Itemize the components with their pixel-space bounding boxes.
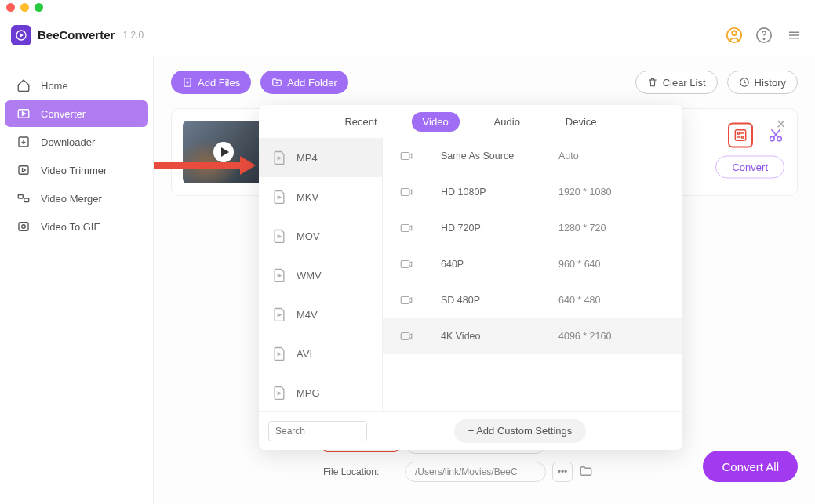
popup-footer: + Add Custom Settings [259, 411, 682, 450]
convert-all-button[interactable]: Convert All [703, 451, 798, 482]
add-folder-icon [271, 77, 282, 88]
resolution-name: 640P [441, 259, 558, 270]
format-item-avi[interactable]: AVI [259, 334, 382, 373]
sidebar-item-gif[interactable]: Video To GIF [5, 213, 148, 240]
close-window-button[interactable] [6, 3, 15, 12]
resolution-item[interactable]: 640P960 * 640 [383, 246, 682, 282]
svg-rect-10 [19, 166, 28, 175]
resolution-item[interactable]: HD 720P1280 * 720 [383, 210, 682, 246]
home-icon [16, 78, 31, 93]
tab-audio[interactable]: Audio [483, 112, 531, 132]
add-files-icon [182, 77, 193, 88]
app-name: BeeConverter [38, 28, 115, 42]
help-icon[interactable] [754, 25, 774, 45]
svg-point-14 [22, 225, 26, 229]
video-icon [398, 293, 414, 307]
sidebar: Home Converter Downloader Video Trimmer … [0, 56, 154, 504]
format-item-wmv[interactable]: WMV [259, 256, 382, 295]
svg-point-4 [763, 38, 764, 38]
format-label: MP4 [297, 152, 318, 164]
tab-recent[interactable]: Recent [333, 112, 387, 132]
file-icon [271, 150, 287, 165]
format-item-mpg[interactable]: MPG [259, 373, 382, 411]
resolution-name: SD 480P [441, 295, 558, 306]
svg-rect-26 [401, 225, 409, 232]
sidebar-item-converter[interactable]: Converter [5, 100, 148, 127]
clear-list-label: Clear List [663, 77, 706, 89]
resolution-item[interactable]: Same As SourceAuto [383, 138, 682, 174]
resolution-list[interactable]: Same As SourceAuto HD 1080P1920 * 1080 H… [383, 138, 682, 411]
svg-rect-27 [401, 261, 409, 268]
annotation-arrow [154, 154, 256, 179]
format-label: WMV [297, 270, 322, 281]
format-search-input[interactable] [268, 421, 367, 441]
file-icon [271, 385, 287, 401]
svg-marker-23 [240, 156, 256, 175]
sidebar-item-label: Video To GIF [41, 221, 100, 233]
window-titlebar [0, 0, 815, 14]
video-icon [398, 149, 414, 163]
svg-point-19 [741, 136, 744, 139]
svg-rect-28 [401, 297, 409, 304]
trash-icon [647, 77, 658, 88]
app-logo-icon [11, 25, 31, 45]
convert-button[interactable]: Convert [715, 155, 784, 178]
format-item-mp4[interactable]: MP4 [259, 138, 382, 177]
tab-device[interactable]: Device [555, 112, 608, 132]
add-custom-settings-button[interactable]: + Add Custom Settings [454, 419, 587, 443]
resolution-item[interactable]: HD 1080P1920 * 1080 [383, 174, 682, 210]
resolution-name: 4K Video [441, 331, 558, 342]
file-location-label: File Location: [323, 466, 398, 477]
resolution-item[interactable]: 4K Video4096 * 2160 [383, 318, 682, 354]
account-icon[interactable] [724, 25, 744, 45]
minimize-window-button[interactable] [20, 3, 29, 12]
history-button[interactable]: History [727, 71, 798, 94]
resolution-item[interactable]: SD 480P640 * 480 [383, 282, 682, 318]
video-icon [398, 257, 414, 271]
maximize-window-button[interactable] [35, 3, 43, 12]
add-folder-button[interactable]: Add Folder [260, 71, 348, 94]
downloader-icon [16, 134, 31, 150]
trimmer-icon [16, 162, 31, 178]
merger-icon [16, 190, 31, 206]
file-location-field[interactable]: /Users/link/Movies/BeeC [405, 462, 546, 482]
resolution-name: Same As Source [441, 150, 558, 161]
video-icon [398, 221, 414, 235]
format-item-m4v[interactable]: M4V [259, 295, 382, 334]
format-label: MKV [297, 191, 318, 203]
sidebar-item-label: Downloader [41, 136, 95, 148]
add-files-button[interactable]: Add Files [171, 71, 251, 94]
sidebar-item-trimmer[interactable]: Video Trimmer [5, 157, 148, 183]
app-version: 1.2.0 [122, 30, 144, 41]
resolution-dim: 960 * 640 [558, 259, 601, 270]
clear-list-button[interactable]: Clear List [635, 71, 718, 94]
history-icon [739, 77, 750, 88]
sidebar-item-downloader[interactable]: Downloader [5, 129, 148, 155]
open-folder-icon[interactable] [579, 464, 593, 480]
format-list[interactable]: MP4 MKV MOV WMV M4V AVI MPG [259, 138, 383, 411]
tab-video[interactable]: Video [412, 112, 460, 132]
svg-rect-13 [19, 223, 28, 231]
sidebar-item-home[interactable]: Home [5, 72, 148, 99]
add-folder-label: Add Folder [287, 77, 337, 89]
edit-settings-button[interactable] [728, 122, 753, 147]
format-item-mkv[interactable]: MKV [259, 177, 382, 216]
resolution-dim: 640 * 480 [558, 295, 601, 306]
file-location-value: /Users/link/Movies/BeeC [415, 466, 518, 477]
svg-rect-11 [18, 195, 23, 199]
file-icon [271, 346, 287, 361]
video-icon [398, 185, 414, 199]
resolution-name: HD 1080P [441, 187, 558, 198]
svg-rect-12 [24, 198, 29, 202]
converter-icon [16, 106, 31, 121]
history-label: History [755, 77, 786, 89]
format-item-mov[interactable]: MOV [259, 216, 382, 256]
more-options-button[interactable]: ••• [552, 462, 573, 482]
hamburger-menu-icon[interactable] [784, 25, 804, 45]
sidebar-item-merger[interactable]: Video Merger [5, 185, 148, 212]
format-label: M4V [297, 309, 318, 321]
svg-rect-29 [401, 333, 409, 340]
resolution-dim: Auto [558, 150, 579, 161]
svg-point-18 [737, 132, 740, 135]
cut-button[interactable] [767, 126, 784, 143]
